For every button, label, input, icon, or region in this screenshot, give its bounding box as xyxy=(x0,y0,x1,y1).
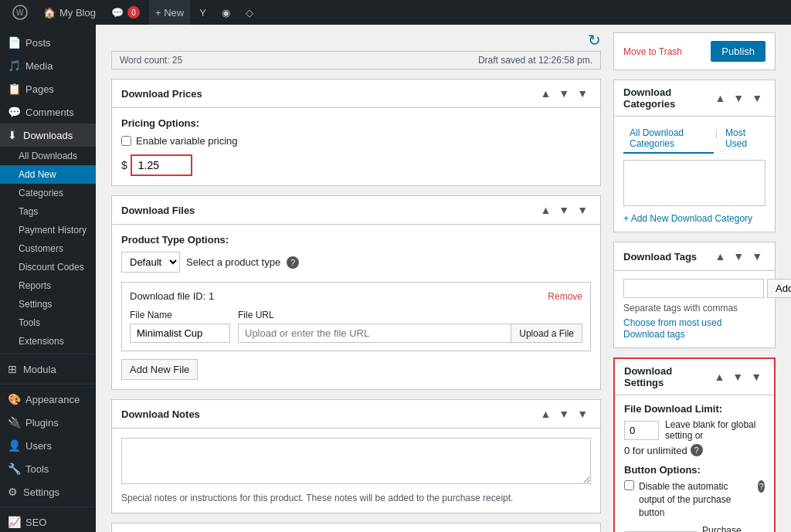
download-files-title: Download Files xyxy=(121,205,195,216)
upload-file-button[interactable]: Upload a File xyxy=(511,324,582,343)
move-to-trash-link[interactable]: Move to Trash xyxy=(623,46,682,57)
cat-tab-most-used[interactable]: Most Used xyxy=(719,124,766,154)
file-url-group: File URL Upload a File xyxy=(238,310,582,343)
tags-up-button[interactable]: ▲ xyxy=(711,249,728,264)
submenu-item-extensions[interactable]: Extensions xyxy=(0,332,96,351)
download-prices-title: Download Prices xyxy=(121,88,202,100)
add-new-file-button[interactable]: Add New File xyxy=(121,359,198,380)
sidebar-item-label: Comments xyxy=(25,107,74,118)
dl-settings-up-button[interactable]: ▲ xyxy=(711,369,728,385)
download-categories-header: Download Categories ▲ ▼ ▼ xyxy=(614,80,775,117)
download-tags-body: Add Separate tags with commas Choose fro… xyxy=(614,271,775,347)
cat-up-button[interactable]: ▲ xyxy=(711,90,728,106)
submenu-item-reports[interactable]: Reports xyxy=(0,276,96,295)
download-notes-metabox: Download Notes ▲ ▼ ▼ Special notes or in… xyxy=(111,399,601,513)
tags-input[interactable] xyxy=(623,279,764,298)
dl-settings-down-button[interactable]: ▼ xyxy=(729,369,746,385)
price-input[interactable] xyxy=(131,154,192,176)
disable-purchase-help-icon[interactable]: ? xyxy=(758,480,765,493)
metabox-down-button[interactable]: ▼ xyxy=(555,86,572,101)
file-url-label: File URL xyxy=(238,310,582,320)
sidebar-item-plugins[interactable]: 🔌 Plugins xyxy=(0,411,96,434)
download-files-header: Download Files ▲ ▼ ▼ xyxy=(112,196,600,225)
sidebar-item-label: Tools xyxy=(25,463,49,475)
sidebar-item-modula[interactable]: ⊞ Modula xyxy=(0,357,96,381)
sidebar-item-comments[interactable]: 💬 Comments xyxy=(0,100,96,124)
submenu-item-all-downloads[interactable]: All Downloads xyxy=(0,147,96,165)
admin-sidebar: 📄 Posts 🎵 Media 📋 Pages 💬 Comments ⬇ Dow… xyxy=(0,25,96,532)
posts-icon: 📄 xyxy=(8,36,21,49)
editor-column: ↻ Word count: 25 Draft saved at 12:26:58… xyxy=(111,32,601,532)
submenu-item-settings[interactable]: Settings xyxy=(0,295,96,313)
submenu-item-payment-history[interactable]: Payment History xyxy=(0,221,96,239)
metabox-toggle-button[interactable]: ▼ xyxy=(574,86,591,101)
purchase-behavior-label: Purchase button behavior xyxy=(702,525,754,532)
metabox-files-up-button[interactable]: ▲ xyxy=(537,202,554,218)
file-name-input[interactable] xyxy=(130,324,230,343)
download-tags-box: Download Tags ▲ ▼ ▼ Add Separate tags wi… xyxy=(613,242,776,348)
metabox-files-down-button[interactable]: ▼ xyxy=(555,202,572,218)
sidebar-item-settings[interactable]: ⚙ Settings xyxy=(0,480,96,503)
sidebar-item-downloads[interactable]: ⬇ Downloads xyxy=(0,124,96,147)
pricing-options-label: Pricing Options: xyxy=(121,117,591,129)
remove-file-button[interactable]: Remove xyxy=(548,291,582,302)
file-url-input[interactable] xyxy=(238,324,511,343)
sidebar-item-pages[interactable]: 📋 Pages xyxy=(0,77,96,100)
download-settings-body: File Download Limit: Leave blank for glo… xyxy=(615,395,774,532)
cat-tab-all[interactable]: All Download Categories xyxy=(623,124,714,154)
my-blog-link[interactable]: 🏠 My Blog xyxy=(37,0,102,25)
new-item-button[interactable]: + New xyxy=(149,0,190,25)
download-prices-body: Pricing Options: Enable variable pricing… xyxy=(112,108,600,185)
elementor-icon[interactable]: ◉ xyxy=(216,0,236,25)
file-download-limit-input[interactable] xyxy=(624,421,659,440)
disable-purchase-button-checkbox[interactable] xyxy=(624,480,634,490)
enable-variable-pricing-checkbox[interactable] xyxy=(121,136,131,146)
file-download-limit-help-icon[interactable]: ? xyxy=(691,444,703,456)
download-notes-body: Special notes or instructions for this p… xyxy=(112,429,600,513)
file-url-row: Upload a File xyxy=(238,324,582,343)
sidebar-item-media[interactable]: 🎵 Media xyxy=(0,54,96,77)
sidebar-item-users[interactable]: 👤 Users xyxy=(0,434,96,457)
main-content: ↻ Word count: 25 Draft saved at 12:26:58… xyxy=(96,25,791,532)
submenu-item-tags[interactable]: Tags xyxy=(0,202,96,221)
publish-button[interactable]: Publish xyxy=(711,41,766,62)
file-item-header: Download file ID: 1 Remove xyxy=(130,290,582,302)
sidebar-item-appearance[interactable]: 🎨 Appearance xyxy=(0,388,96,411)
choose-most-used-tags-link[interactable]: Choose from most used Download tags xyxy=(623,317,721,340)
file-name-group: File Name xyxy=(130,310,230,343)
metabox-notes-down-button[interactable]: ▼ xyxy=(555,406,572,422)
submenu-item-tools[interactable]: Tools xyxy=(0,313,96,332)
cat-down-button[interactable]: ▼ xyxy=(730,90,747,106)
extra-icon[interactable]: ◇ xyxy=(239,0,260,25)
metabox-notes-toggle-button[interactable]: ▼ xyxy=(574,406,591,422)
submenu-item-customers[interactable]: Customers xyxy=(0,239,96,258)
metabox-notes-up-button[interactable]: ▲ xyxy=(537,406,554,422)
add-download-category-link[interactable]: + Add New Download Category xyxy=(623,213,752,224)
sidebar-item-seo[interactable]: 📈 SEO xyxy=(0,510,96,532)
users-icon: 👤 xyxy=(8,439,21,452)
cat-toggle-button[interactable]: ▼ xyxy=(749,90,766,106)
sidebar-item-label: Posts xyxy=(25,37,51,49)
sidebar-item-tools[interactable]: 🔧 Tools xyxy=(0,457,96,480)
metabox-files-toggle-button[interactable]: ▼ xyxy=(574,202,591,218)
tags-add-button[interactable]: Add xyxy=(767,279,791,298)
product-type-select[interactable]: Default xyxy=(121,252,180,273)
tags-down-button[interactable]: ▼ xyxy=(730,249,747,264)
button-options-label: Button Options: xyxy=(624,464,765,476)
pages-icon: 📋 xyxy=(8,83,21,95)
submenu-item-discount-codes[interactable]: Discount Codes xyxy=(0,258,96,276)
refresh-button[interactable]: ↻ xyxy=(588,32,601,48)
download-notes-textarea[interactable] xyxy=(121,438,591,484)
product-type-help-icon[interactable]: ? xyxy=(287,256,299,269)
dl-settings-toggle-button[interactable]: ▼ xyxy=(748,369,765,385)
wp-logo[interactable]: W xyxy=(6,0,34,25)
publish-box: Move to Trash Publish xyxy=(613,32,776,70)
submenu-item-categories[interactable]: Categories xyxy=(0,184,96,202)
submenu-item-add-new[interactable]: Add New xyxy=(0,165,96,184)
metabox-up-button[interactable]: ▲ xyxy=(537,86,554,101)
sidebar-item-posts[interactable]: 📄 Posts xyxy=(0,31,96,54)
file-download-limit-note: Leave blank for global setting or xyxy=(665,419,765,441)
yoast-icon[interactable]: Y xyxy=(193,0,212,25)
tags-toggle-button[interactable]: ▼ xyxy=(749,249,766,264)
comments-notif[interactable]: 💬 0 xyxy=(105,0,146,25)
